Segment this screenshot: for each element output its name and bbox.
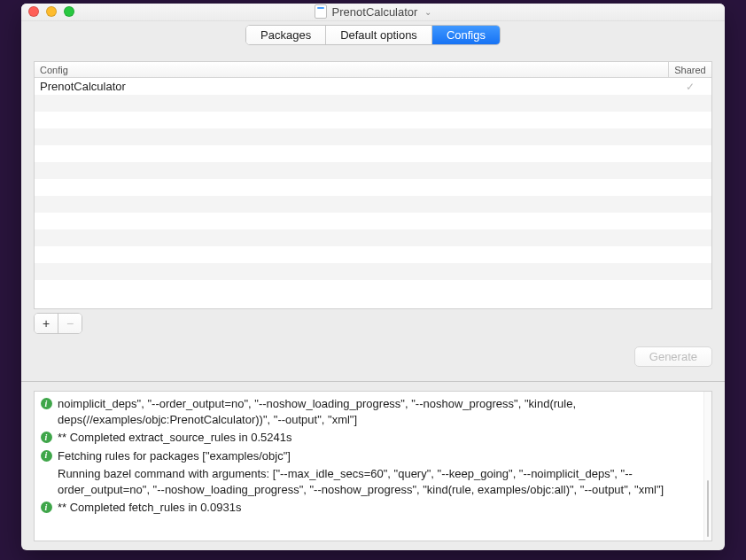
info-icon: i [41,450,52,462]
tabs-bar: Packages Default options Configs [21,21,725,49]
close-icon[interactable] [28,6,39,17]
zoom-icon[interactable] [64,6,74,17]
configs-table: Config Shared PrenotCalculator✓ [34,61,712,309]
titlebar: PrenotCalculator ⌄ [21,4,725,21]
checkmark-icon[interactable]: ✓ [686,81,695,93]
window-title: PrenotCalculator ⌄ [21,4,725,21]
traffic-lights [28,6,74,17]
scrollbar-thumb[interactable] [707,480,709,537]
document-icon [315,4,327,19]
shared-cell: ✓ [669,81,711,93]
tab-packages[interactable]: Packages [246,26,326,44]
table-row[interactable] [35,95,711,112]
log-text: ** Completed fetch_rules in 0.0931s [58,500,698,516]
log-line: i** Completed extract_source_rules in 0.… [40,429,698,447]
app-window: PrenotCalculator ⌄ Packages Default opti… [21,4,725,550]
log-line: Running bazel command with arguments: ["… [40,465,698,499]
window-title-text: PrenotCalculator [332,5,418,19]
log-panel: inoimplicit_deps", "--order_output=no", … [34,391,712,541]
add-remove-bar: + − [34,313,712,334]
table-row[interactable] [35,229,711,246]
generate-button[interactable]: Generate [634,346,712,367]
add-button[interactable]: + [35,314,58,333]
column-header-shared[interactable]: Shared [669,65,711,75]
table-header: Config Shared [35,62,711,78]
table-body[interactable]: PrenotCalculator✓ [35,78,711,308]
log-line: inoimplicit_deps", "--order_output=no", … [40,395,698,429]
table-row[interactable] [35,213,711,229]
column-header-config[interactable]: Config [35,62,669,77]
chevron-down-icon: ⌄ [424,7,431,17]
table-row[interactable] [35,162,711,179]
table-row[interactable] [35,280,711,297]
table-row[interactable] [35,112,711,128]
log-scrollbar[interactable] [703,392,711,541]
remove-button[interactable]: − [58,314,82,333]
table-row[interactable] [35,263,711,280]
info-icon: i [41,398,52,409]
log-text: noimplicit_deps", "--order_output=no", "… [58,396,698,428]
tab-configs[interactable]: Configs [432,26,500,44]
log-text: Running bazel command with arguments: ["… [58,466,698,498]
table-row[interactable]: PrenotCalculator✓ [35,78,711,95]
log-text: Fetching rules for packages ["examples/o… [58,448,698,464]
info-icon: i [41,502,52,513]
table-row[interactable] [35,196,711,213]
pane-divider[interactable] [21,381,725,382]
log-text: ** Completed extract_source_rules in 0.5… [58,430,698,446]
tabs-segmented-control: Packages Default options Configs [245,25,501,45]
tab-default-options[interactable]: Default options [326,26,432,44]
table-row[interactable] [35,128,711,145]
log-line: iFetching rules for packages ["examples/… [40,447,698,465]
log-body[interactable]: inoimplicit_deps", "--order_output=no", … [35,392,703,541]
minimize-icon[interactable] [46,6,57,17]
info-icon: i [41,432,52,443]
table-row[interactable] [35,145,711,162]
table-row[interactable] [35,179,711,196]
config-name-cell: PrenotCalculator [35,80,669,93]
log-line: i** Completed fetch_rules in 0.0931s [40,499,698,517]
table-row[interactable] [35,246,711,263]
content-area: Config Shared PrenotCalculator✓ + − Gene… [21,49,725,550]
